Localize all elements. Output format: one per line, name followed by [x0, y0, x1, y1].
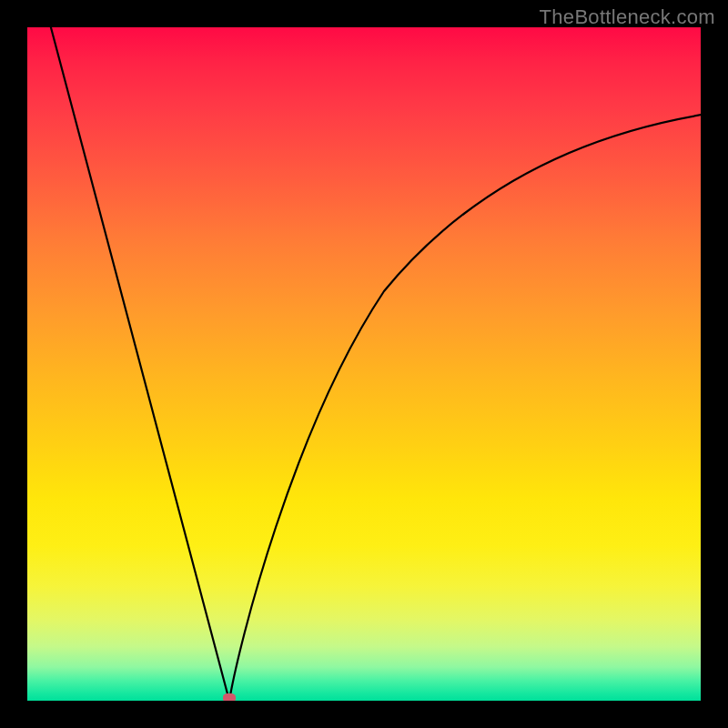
curve-path	[51, 27, 701, 701]
curve-layer	[27, 27, 701, 701]
chart-frame: TheBottleneck.com	[0, 0, 728, 728]
watermark-text: TheBottleneck.com	[540, 5, 715, 29]
plot-area	[27, 27, 701, 701]
min-marker	[223, 693, 236, 701]
